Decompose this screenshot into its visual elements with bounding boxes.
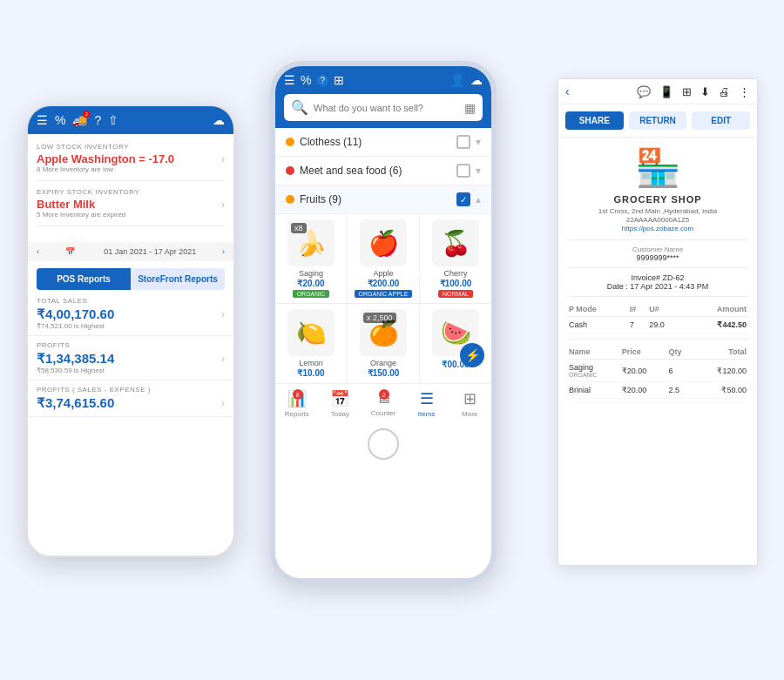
saging-name: Saging ORGANIC (567, 360, 620, 382)
receipt-back-icon[interactable]: ‹ (565, 84, 570, 98)
calendar-icon: 📅 (65, 247, 75, 256)
return-button[interactable]: RETURN (629, 111, 687, 130)
fruits-check[interactable]: ✓ (456, 192, 470, 206)
search-bar[interactable]: 🔍 ▦ (284, 94, 483, 121)
profits-row[interactable]: ₹1,34,385.14 › (37, 351, 225, 367)
clothess-dot (286, 138, 294, 146)
item-cherry[interactable]: 🍒 Cherry ₹100.00 NORMAL (420, 214, 491, 303)
expiry-stock-chevron: › (221, 199, 225, 211)
invoice-date: Date : 17 Apr 2021 - 4:43 PM (567, 282, 748, 291)
today-label: Today (331, 410, 349, 418)
nav-today[interactable]: 📅 Today (319, 389, 362, 418)
items-grid: 🍌 x8 Saging ₹20.00 ORGANIC 🍎 Apple ₹200.… (275, 214, 491, 383)
storefront-reports-tab[interactable]: StoreFront Reports (131, 268, 225, 290)
total-sales-label: TOTAL SALES (37, 297, 225, 305)
counter-badge: 2 (379, 389, 389, 400)
item-lemon[interactable]: 🍋 Lemon ₹10.00 (275, 304, 347, 383)
low-stock-name: Apple Washington = -17.0 (37, 152, 174, 165)
nav-items[interactable]: ☰ Items (405, 389, 449, 418)
pos-percent-icon[interactable]: % (301, 73, 311, 87)
download-icon[interactable]: ⬇ (700, 85, 710, 98)
orange-price: ₹150.00 (368, 368, 400, 378)
profits-value: ₹1,34,385.14 (37, 351, 114, 367)
item-orange[interactable]: 🍊 x 2,500 Orange ₹150.00 (348, 304, 419, 383)
sms-icon[interactable]: 💬 (637, 85, 651, 98)
amount-header: Amount (684, 302, 748, 317)
pos-user-icon[interactable]: 👤 (450, 73, 465, 87)
lemon-price: ₹10.00 (297, 368, 324, 378)
forward-date-icon[interactable]: › (222, 247, 225, 256)
counter-label: Counter (371, 409, 395, 417)
total-sales-row[interactable]: ₹4,00,170.60 › (37, 306, 225, 322)
print-icon[interactable]: 🖨 (719, 85, 730, 98)
banana-tag: ORGANIC (293, 290, 330, 298)
clothess-name: Clothess (11) (300, 136, 451, 148)
share-icon[interactable]: ⇧ (108, 113, 118, 127)
more-dots-icon[interactable]: ⋮ (739, 85, 750, 98)
pos-reports-tab[interactable]: POS Reports (37, 268, 131, 290)
search-input[interactable] (314, 103, 464, 113)
truck-icon-badge[interactable]: 🚚2 (72, 113, 87, 127)
item-row-saging: Saging ORGANIC ₹20.00 6 ₹120.00 (567, 360, 748, 382)
date-range: 01 Jan 2021 - 17 Apr 2021 (104, 247, 196, 256)
meat-check[interactable] (456, 164, 470, 178)
orange-img: 🍊 x 2,500 (360, 309, 407, 356)
banana-badge: x8 (291, 223, 307, 233)
back-date-icon[interactable]: ‹ (37, 247, 39, 256)
nav-reports[interactable]: 📊 8 Reports (275, 389, 319, 418)
low-stock-chevron: › (221, 153, 225, 165)
expiry-stock-label: EXPIRY STOCK INVENTORY (37, 188, 225, 196)
reports-label: Reports (285, 410, 309, 418)
total-sales-chevron: › (221, 308, 225, 320)
item-name-header: Name (567, 345, 620, 360)
items-label: Items (418, 410, 436, 418)
more-icon: ⊞ (463, 389, 476, 408)
low-stock-row[interactable]: Apple Washington = -17.0 › (37, 152, 225, 165)
profits-section: PROFITS ₹1,34,385.14 › ₹58,530.59 is Hig… (28, 341, 233, 380)
clothess-expand[interactable]: ▾ (476, 136, 481, 148)
apple-tag: ORGANIC APPLE (355, 290, 413, 298)
pos-help-icon[interactable]: ? (316, 75, 328, 86)
barcode-icon[interactable]: ▦ (464, 101, 476, 115)
left-topbar: ☰ % 🚚2 ? ⇧ ☁ (28, 106, 233, 134)
banana-price: ₹20.00 (297, 279, 324, 288)
cherry-img: 🍒 (432, 219, 479, 266)
share-button[interactable]: SHARE (565, 111, 624, 130)
total-sales-section: TOTAL SALES ₹4,00,170.60 › ₹74,521.00 is… (28, 297, 233, 336)
edit-button[interactable]: EDIT (692, 111, 750, 130)
customer-label: Customer Name (567, 246, 748, 253)
whatsapp-icon[interactable]: 📱 (659, 85, 673, 98)
receipt-panel: ‹ 💬 📱 ⊞ ⬇ 🖨 ⋮ SHARE RETURN EDIT 🏪 GROCER… (558, 78, 758, 566)
pos-qr-icon[interactable]: ⊞ (334, 73, 344, 87)
item-banana[interactable]: 🍌 x8 Saging ₹20.00 ORGANIC (275, 214, 347, 303)
percent-icon[interactable]: % (55, 113, 65, 127)
item-apple[interactable]: 🍎 Apple ₹200.00 ORGANIC APPLE (348, 214, 419, 303)
nav-counter[interactable]: 🖥 2 Counter (362, 389, 405, 418)
clothess-check[interactable] (456, 135, 470, 149)
category-meat[interactable]: Meet and sea food (6) ▾ (275, 157, 491, 185)
item-watermelon[interactable]: 🍉 ⚡ ₹00.00 (420, 304, 491, 383)
qr-icon[interactable]: ⊞ (682, 85, 692, 98)
saging-qty: 6 (666, 360, 693, 382)
receipt-divider-1 (567, 239, 748, 240)
category-fruits[interactable]: Fruits (9) ✓ ▴ (275, 185, 491, 214)
meat-expand[interactable]: ▾ (476, 165, 481, 177)
pos-status-bar: ☰ % ? ⊞ 👤 ☁ (275, 66, 491, 94)
profits-exp-row[interactable]: ₹3,74,615.60 › (37, 395, 225, 411)
fruits-collapse[interactable]: ▴ (476, 193, 481, 205)
receipt-divider-3 (567, 296, 748, 297)
home-button[interactable] (368, 428, 399, 460)
pos-cloud-icon[interactable]: ☁ (470, 73, 483, 87)
receipt-action-btns: SHARE RETURN EDIT (558, 104, 757, 138)
receipt-divider-4 (567, 339, 748, 340)
profits-exp-value: ₹3,74,615.60 (37, 395, 114, 411)
category-clothess[interactable]: Clothess (11) ▾ (275, 128, 491, 157)
help-icon[interactable]: ? (94, 113, 101, 127)
nav-more[interactable]: ⊞ More (448, 389, 491, 418)
payment-row: Cash 7 29.0 ₹442.50 (567, 317, 748, 333)
item-price-header: Price (620, 345, 667, 360)
expiry-stock-row[interactable]: Butter Milk › (37, 198, 225, 211)
pos-menu-icon[interactable]: ☰ (284, 73, 295, 87)
menu-icon[interactable]: ☰ (37, 113, 48, 127)
cloud-icon[interactable]: ☁ (213, 113, 225, 127)
